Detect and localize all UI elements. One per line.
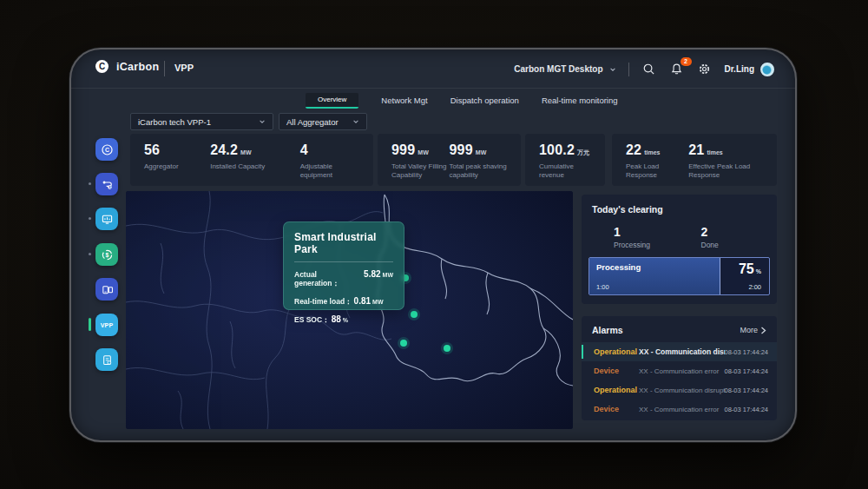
- tooltip-row: ES SOC： 88 %: [294, 314, 393, 326]
- stat-card-response: 22times Peak Load Response 21times Effec…: [612, 134, 777, 186]
- chevron-down-icon: [352, 118, 359, 125]
- alarm-time: 08-03 17:44:24: [725, 387, 768, 394]
- stat-installed-capacity: 24.2MW Installed Capacity: [210, 142, 300, 179]
- user-name: Dr.Ling: [725, 64, 754, 74]
- tooltip-divider: [294, 261, 393, 262]
- stat-unit: times: [644, 149, 660, 155]
- sidebar-dot: [89, 253, 91, 255]
- stat-value: 24.2: [210, 142, 238, 158]
- stat-value: 21: [688, 142, 704, 158]
- vpp-select-value: iCarbon tech VPP-1: [138, 117, 211, 127]
- devices-icon: [100, 282, 115, 297]
- search-icon[interactable]: [641, 62, 657, 77]
- tooltip-unit: MW: [383, 272, 393, 278]
- alarms-more-link[interactable]: More: [740, 326, 766, 334]
- revenue-cycle-icon: $: [100, 248, 115, 262]
- alarm-message: XX - Communication error: [639, 367, 725, 375]
- map-canvas[interactable]: Smart Industrial Park Actual generation：…: [126, 191, 573, 429]
- alarms-panel: Alarms More Operational XX - Communicati…: [582, 316, 777, 420]
- stat-label: Installed Capacity: [210, 162, 279, 171]
- sidebar-dot: [89, 217, 91, 220]
- clearing-label: Processing: [614, 241, 680, 249]
- icarbon-logo-icon: C: [95, 60, 108, 73]
- stat-unit: 万元: [577, 149, 589, 157]
- chevron-down-icon: [609, 66, 616, 73]
- main-tabs: Overview Network Mgt Dispatch operation …: [306, 93, 618, 109]
- clearing-done-stat: 2 Done: [680, 225, 767, 249]
- alarm-type: Device: [594, 405, 639, 413]
- tab-network-mgt[interactable]: Network Mgt: [381, 93, 427, 105]
- alarm-time: 08-03 17:44:24: [725, 406, 768, 413]
- carbon-app-icon: C: [100, 142, 115, 157]
- aggregator-select-value: All Aggregator: [286, 117, 339, 127]
- stat-value: 56: [144, 142, 160, 158]
- svg-text:C: C: [105, 147, 109, 153]
- stat-peak-load-response: 22times Peak Load Response: [626, 142, 688, 179]
- sidebar-active-indicator: [89, 318, 91, 331]
- alarms-title: Alarms: [592, 325, 623, 335]
- more-label: More: [740, 326, 758, 334]
- flow-route-icon: $: [100, 177, 115, 192]
- settings-gear-icon[interactable]: [697, 62, 713, 77]
- alarm-row[interactable]: Operational XX - Communication disruptio…: [582, 342, 777, 361]
- app-name: VPP: [174, 63, 194, 73]
- tab-real-time-monitoring[interactable]: Real-time monitoring: [542, 93, 618, 105]
- monitor-chart-icon: [100, 212, 115, 227]
- tooltip-unit: %: [343, 317, 348, 323]
- progress-percent-unit: %: [756, 268, 761, 274]
- stat-label: Total Valley Filling Capability: [391, 162, 450, 181]
- chevron-right-icon: [760, 327, 766, 334]
- tooltip-row: Real-time load： 0.81 MW: [294, 296, 393, 307]
- tab-dispatch-operation[interactable]: Dispatch operation: [450, 93, 519, 105]
- map-tooltip: Smart Industrial Park Actual generation：…: [283, 221, 404, 310]
- sidebar-item-monitor[interactable]: [95, 208, 118, 230]
- sidebar-item-vpp[interactable]: VPP: [95, 314, 118, 336]
- sidebar-item-devices[interactable]: [95, 278, 118, 301]
- progress-start-time: 1:00: [596, 283, 609, 291]
- clearing-stats: 1 Processing 2 Done: [592, 225, 766, 249]
- alarm-row[interactable]: Device XX - Communication error 08-03 17…: [582, 400, 777, 419]
- progress-label: Processing: [596, 262, 641, 272]
- alarm-time: 08-03 17:44:24: [725, 367, 768, 375]
- vpp-select[interactable]: iCarbon tech VPP-1: [130, 113, 273, 130]
- sidebar-item-report[interactable]: [95, 348, 118, 371]
- tab-overview[interactable]: Overview: [306, 93, 358, 109]
- stat-cumulative-revenue: 100.2万元 Cumulative revenue: [539, 142, 591, 179]
- tooltip-label: ES SOC：: [294, 315, 330, 326]
- tooltip-label: Actual generation：: [294, 270, 362, 289]
- alarm-row[interactable]: Device XX - Communication error 08-03 17…: [582, 361, 777, 380]
- sidebar-item-flow[interactable]: $: [95, 173, 118, 195]
- tablet-device: C iCarbon VPP Carbon MGT Desktop 2 Dr.Li…: [69, 48, 797, 442]
- user-menu[interactable]: Dr.Ling: [725, 63, 774, 76]
- alarm-list: Operational XX - Communication disruptio…: [582, 342, 777, 419]
- stat-card-revenue: 100.2万元 Cumulative revenue: [525, 134, 605, 186]
- report-doc-icon: [100, 353, 115, 367]
- stat-label: Effective Peak Load Response: [688, 162, 763, 181]
- aggregator-select[interactable]: All Aggregator: [279, 113, 367, 130]
- sidebar: C $ $ VPP: [71, 89, 123, 442]
- stat-value: 22: [626, 142, 641, 158]
- tooltip-row: Actual generation： 5.82 MW: [294, 269, 393, 289]
- brand-name: iCarbon: [116, 61, 159, 73]
- alarm-type: Operational: [594, 347, 639, 356]
- progress-percent: 75 %: [739, 261, 761, 277]
- stat-label: Aggregator: [144, 162, 210, 171]
- sidebar-item-carbon-app[interactable]: C: [95, 138, 118, 161]
- clearing-progress-bar: Processing 1:00 75 % 2:00: [589, 257, 770, 295]
- stat-effective-peak-response: 21times Effective Peak Load Response: [688, 142, 763, 179]
- stat-unit: MW: [240, 149, 251, 155]
- clearing-value: 2: [701, 225, 767, 239]
- stat-value: 999: [391, 142, 415, 158]
- workspace-switcher[interactable]: Carbon MGT Desktop: [514, 64, 615, 74]
- clearing-label: Done: [701, 241, 767, 249]
- stat-aggregator: 56 Aggregator: [144, 142, 210, 179]
- alarm-row[interactable]: Operational XX - Communication disruptio…: [582, 380, 777, 400]
- stat-unit: MW: [476, 149, 486, 155]
- notification-bell-icon[interactable]: 2: [669, 62, 685, 77]
- alarm-message: XX - Communication disruption: [639, 387, 725, 394]
- stat-valley-filling: 999MW Total Valley Filling Capability: [391, 142, 450, 179]
- sidebar-item-finance[interactable]: $: [95, 243, 118, 266]
- tooltip-value: 88: [332, 314, 341, 324]
- tooltip-value: 0.81: [354, 296, 371, 306]
- stat-label: Peak Load Response: [626, 162, 688, 181]
